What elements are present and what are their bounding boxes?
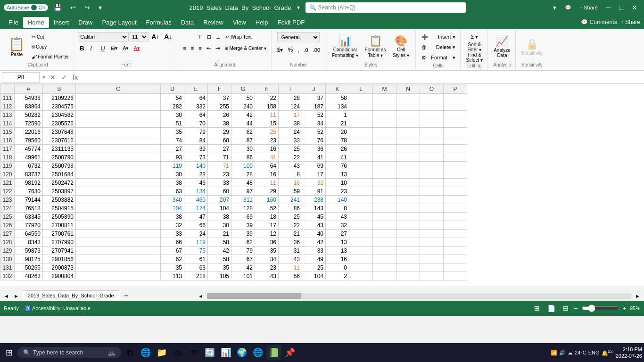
cell-h-125[interactable]: 18 [255,213,279,221]
confirm-formula-button[interactable]: ✓ [59,74,69,81]
cell-d-123[interactable]: 340 [161,196,184,204]
cell-e-120[interactable]: 28 [184,170,208,179]
cell-f-123[interactable]: 207 [208,196,231,204]
font-shrink-button[interactable]: A↓ [162,32,174,41]
cell-m-125[interactable] [373,213,396,221]
cell-f-122[interactable]: 60 [208,187,231,196]
col-header-m[interactable]: M [373,84,396,94]
font-color-button[interactable]: A▾ [132,43,141,53]
cell-k-125[interactable]: 43 [326,213,349,221]
cell-n-127[interactable] [396,230,420,238]
cell-g-132[interactable]: 101 [231,272,255,280]
cell-m-123[interactable] [373,196,396,204]
cell-l-121[interactable] [349,179,373,187]
cell-g-113[interactable]: 42 [231,111,255,119]
cell-f-115[interactable]: 29 [208,128,231,136]
cell-c-126[interactable] [76,221,161,230]
cell-d-128[interactable]: 66 [161,238,184,247]
cell-f-118[interactable]: 71 [208,153,231,162]
cell-p-117[interactable] [444,145,467,153]
cell-e-114[interactable]: 70 [184,119,208,128]
menu-formulas[interactable]: Formulas [141,17,176,28]
format-button[interactable]: ⚙ Format ▾ [420,53,457,62]
cell-c-124[interactable] [76,204,161,213]
cell-k-132[interactable]: 2 [326,272,349,280]
cell-p-112[interactable] [444,102,467,111]
cell-o-129[interactable] [420,247,444,255]
cell-o-117[interactable] [420,145,444,153]
col-header-l[interactable]: L [349,84,373,94]
cell-o-114[interactable] [420,119,444,128]
taskbar-search[interactable]: 🔍 Type here to search 🚲 [17,347,121,358]
cell-h-124[interactable]: 52 [255,204,279,213]
volume-icon[interactable]: 🔊 [559,350,566,356]
cell-n-131[interactable] [396,263,420,272]
cell-b-118[interactable]: 2500790 [43,153,76,162]
cell-o-112[interactable] [420,102,444,111]
cell-e-116[interactable]: 84 [184,136,208,145]
cell-i-115[interactable]: 24 [279,128,302,136]
cell-reference-input[interactable] [2,72,40,82]
format-as-table-button[interactable]: 📋 Format asTable ▾ [362,33,389,60]
zoom-plus[interactable]: + [623,305,626,311]
cell-f-120[interactable]: 23 [208,170,231,179]
cell-d-119[interactable]: 119 [161,162,184,170]
cell-g-117[interactable]: 30 [231,145,255,153]
taskbar-mail[interactable]: ✉ [186,345,201,360]
cancel-formula-button[interactable]: ✕ [48,74,58,81]
cell-p-130[interactable] [444,255,467,263]
analyze-data-button[interactable]: 📈 AnalyzeData [492,33,512,60]
cell-p-111[interactable] [444,94,467,102]
share-link[interactable]: ↑ Share [621,19,640,25]
cell-e-125[interactable]: 47 [184,213,208,221]
cell-d-111[interactable]: 54 [161,94,184,102]
col-header-b[interactable]: B [43,84,76,94]
cell-c-114[interactable] [76,119,161,128]
cell-i-127[interactable]: 21 [279,230,302,238]
cell-h-128[interactable]: 36 [255,238,279,247]
cell-d-112[interactable]: 282 [161,102,184,111]
cell-p-118[interactable] [444,153,467,162]
cell-p-116[interactable] [444,136,467,145]
cell-f-117[interactable]: 27 [208,145,231,153]
cell-p-121[interactable] [444,179,467,187]
cell-j-131[interactable]: 25 [302,263,326,272]
cell-n-129[interactable] [396,247,420,255]
col-header-h[interactable]: H [255,84,279,94]
cell-b-111[interactable]: 2109226 [43,94,76,102]
cell-c-120[interactable] [76,170,161,179]
cell-c-112[interactable] [76,102,161,111]
cell-e-111[interactable]: 64 [184,94,208,102]
cell-o-120[interactable] [420,170,444,179]
col-header-g[interactable]: G [231,84,255,94]
cell-n-125[interactable] [396,213,420,221]
cell-n-118[interactable] [396,153,420,162]
cell-e-132[interactable]: 218 [184,272,208,280]
cell-k-123[interactable]: 140 [326,196,349,204]
cell-i-116[interactable]: 33 [279,136,302,145]
menu-home[interactable]: Home [23,17,49,28]
cell-i-119[interactable]: 43 [279,162,302,170]
cell-o-128[interactable] [420,238,444,247]
cell-k-118[interactable]: 41 [326,153,349,162]
formula-input[interactable] [82,72,642,82]
cell-m-128[interactable] [373,238,396,247]
normal-view-button[interactable]: ⊞ [532,304,542,313]
cell-l-113[interactable] [349,111,373,119]
cell-o-111[interactable] [420,94,444,102]
cell-j-113[interactable]: 52 [302,111,326,119]
cell-g-130[interactable]: 67 [231,255,255,263]
cell-g-126[interactable]: 39 [231,221,255,230]
increase-decimal-button[interactable]: .00 [311,45,322,55]
cell-c-123[interactable] [76,196,161,204]
cell-f-114[interactable]: 38 [208,119,231,128]
font-size-select[interactable]: 11 [130,32,149,41]
cell-b-117[interactable]: 2311135 [43,145,76,153]
cell-i-126[interactable]: 22 [279,221,302,230]
cell-h-117[interactable]: 16 [255,145,279,153]
cell-e-121[interactable]: 46 [184,179,208,187]
taskbar-store[interactable]: 🛍 [170,345,185,360]
wrap-text-button[interactable]: ↵ Wrap Text [223,32,253,41]
cell-a-113[interactable]: 50282 [15,111,43,119]
col-header-i[interactable]: I [279,84,302,94]
